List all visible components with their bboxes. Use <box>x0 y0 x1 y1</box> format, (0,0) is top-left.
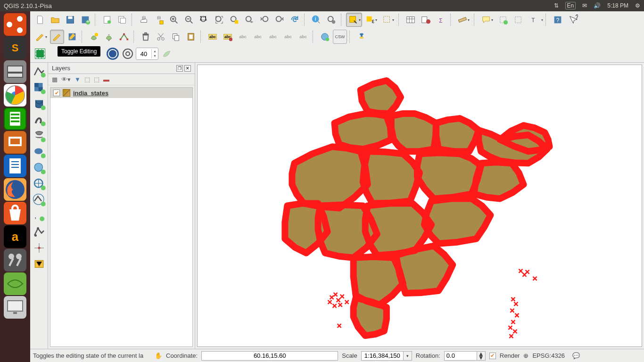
label-pin-icon[interactable]: abc <box>236 30 250 44</box>
crs-icon[interactable]: ⊕ <box>523 352 528 359</box>
add-virtual-layer-icon[interactable] <box>32 225 46 239</box>
pan-to-selection-icon[interactable] <box>152 13 166 27</box>
zoom-full-icon[interactable] <box>212 13 226 27</box>
bookmarks-icon[interactable] <box>511 13 525 27</box>
new-shapefile-icon[interactable] <box>32 241 46 255</box>
toggle-editing-button[interactable] <box>50 30 64 44</box>
software-center-icon[interactable] <box>4 202 26 224</box>
paste-features-icon[interactable] <box>184 30 198 44</box>
select-features-icon[interactable]: ▾ <box>346 13 362 27</box>
text-annotation-icon[interactable]: T <box>526 13 540 27</box>
crs-text[interactable]: EPSG:4326 <box>532 352 565 359</box>
measure-line-icon[interactable]: ▾ <box>455 13 471 27</box>
python-console-icon[interactable] <box>355 30 369 44</box>
layer-visibility-checkbox[interactable]: ✔ <box>53 90 60 96</box>
delete-selected-icon[interactable] <box>139 30 153 44</box>
add-delimited-text-icon[interactable]: , <box>32 209 46 223</box>
composer-manager-icon[interactable] <box>115 13 129 27</box>
files-icon[interactable] <box>4 60 26 83</box>
add-oracle-layer-icon[interactable] <box>32 145 46 159</box>
zoom-out-icon[interactable] <box>182 13 196 27</box>
zoom-layer-icon[interactable] <box>242 13 256 27</box>
label-change-icon[interactable]: abc <box>296 30 310 44</box>
volume-icon[interactable]: 🔊 <box>594 2 601 9</box>
dash-icon[interactable] <box>4 13 26 36</box>
layer-item[interactable]: ✔ india_states <box>50 88 192 98</box>
map-tips-icon[interactable]: ▾ <box>479 13 495 27</box>
deselect-icon[interactable]: ▾ <box>380 13 396 27</box>
panel-undock-icon[interactable]: ❐ <box>176 65 183 72</box>
select-by-expression-icon[interactable]: ε▾ <box>363 13 379 27</box>
clock[interactable]: 5:18 PM <box>607 2 628 9</box>
add-raster-layer-icon[interactable] <box>32 81 46 95</box>
amazon-icon[interactable]: a <box>4 225 26 248</box>
scale-dropdown-icon[interactable]: ▾ <box>404 351 412 361</box>
field-calculator-icon[interactable] <box>419 13 433 27</box>
save-project-icon[interactable] <box>63 13 77 27</box>
cut-features-icon[interactable] <box>154 30 168 44</box>
add-wfs-layer-icon[interactable] <box>32 193 46 207</box>
zoom-last-icon[interactable] <box>257 13 272 27</box>
manage-visibility-icon[interactable]: 👁▾ <box>61 76 71 83</box>
pan-icon[interactable] <box>137 13 151 27</box>
workspace-icon[interactable] <box>4 272 26 295</box>
statistics-icon[interactable]: Σ <box>434 13 448 27</box>
refresh-icon[interactable] <box>288 13 302 27</box>
spiral-icon[interactable] <box>121 47 135 61</box>
settings-icon[interactable] <box>4 249 26 272</box>
map-canvas[interactable] <box>197 65 642 347</box>
libreoffice-writer-icon[interactable] <box>4 155 26 177</box>
zoom-native-icon[interactable]: 1:1 <box>197 13 211 27</box>
add-postgis-layer-icon[interactable] <box>32 97 46 111</box>
network-icon[interactable]: ⇅ <box>554 2 559 9</box>
new-memory-layer-icon[interactable] <box>32 257 46 271</box>
display-icon[interactable] <box>4 296 26 319</box>
add-mssql-layer-icon[interactable] <box>32 129 46 143</box>
zoom-selection-icon[interactable] <box>227 13 241 27</box>
label-highlight-icon[interactable]: abc <box>221 30 235 44</box>
whats-this-icon[interactable]: ? <box>566 13 580 27</box>
spin-value[interactable]: ▲▼ <box>136 48 158 60</box>
toggle-extents-icon[interactable]: ✋ <box>155 352 162 359</box>
chrome-icon[interactable] <box>4 84 26 107</box>
panel-close-icon[interactable]: ✕ <box>184 65 191 72</box>
metasearch-icon[interactable] <box>318 30 332 44</box>
filter-legend-icon[interactable]: ▼ <box>74 76 81 83</box>
node-tool-icon[interactable] <box>117 30 131 44</box>
open-project-icon[interactable] <box>48 13 62 27</box>
sublime-icon[interactable]: S <box>4 37 26 59</box>
add-feature-icon[interactable] <box>87 30 101 44</box>
libreoffice-impress-icon[interactable] <box>4 131 26 154</box>
csw-icon[interactable]: CSW <box>333 30 347 44</box>
identify-action-icon[interactable] <box>324 13 339 27</box>
save-edits-icon[interactable] <box>65 30 79 44</box>
current-edits-icon[interactable]: ▾ <box>33 30 49 44</box>
gear-icon[interactable]: ⚙ <box>635 2 640 9</box>
help-icon[interactable]: ? <box>551 13 565 27</box>
mmqgis-blue-icon[interactable] <box>106 47 120 61</box>
label-show-icon[interactable]: abc <box>251 30 265 44</box>
bookmark-new-icon[interactable] <box>496 13 510 27</box>
spin-up[interactable]: ▲ <box>152 49 158 54</box>
language-indicator[interactable]: En <box>565 2 576 9</box>
identify-icon[interactable]: i <box>309 13 323 27</box>
label-move-icon[interactable]: abc <box>266 30 280 44</box>
print-composer-icon[interactable] <box>100 13 114 27</box>
remove-layer-icon[interactable]: ▬ <box>103 76 109 83</box>
layers-tree[interactable]: ✔ india_states <box>50 87 193 347</box>
expand-all-icon[interactable]: ⬚ <box>84 76 90 83</box>
zoom-in-icon[interactable] <box>167 13 181 27</box>
mmqgis-green-icon[interactable] <box>33 47 47 61</box>
copy-features-icon[interactable] <box>169 30 183 44</box>
add-group-icon[interactable]: ▦ <box>52 76 58 83</box>
collapse-all-icon[interactable]: ⬚ <box>94 76 99 83</box>
scale-field[interactable] <box>361 351 404 361</box>
libreoffice-calc-icon[interactable] <box>4 107 26 130</box>
new-project-icon[interactable] <box>33 13 47 27</box>
spin-down[interactable]: ▼ <box>152 54 158 58</box>
add-spatialite-layer-icon[interactable] <box>32 113 46 127</box>
save-as-icon[interactable]: + <box>78 13 92 27</box>
firefox-icon[interactable] <box>4 178 26 201</box>
render-checkbox[interactable]: ✔ <box>489 353 496 359</box>
spin-input[interactable] <box>136 49 151 59</box>
